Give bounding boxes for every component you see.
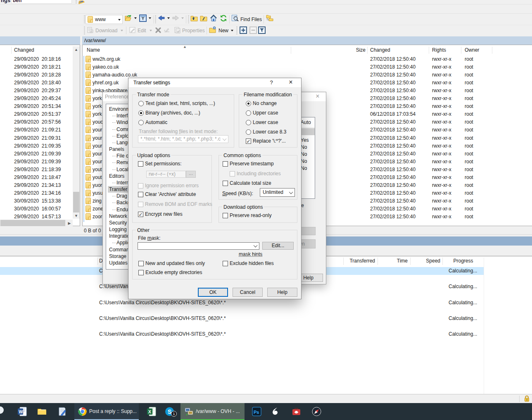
- checkbox-exclude-hidden-label[interactable]: Exclude hidden files: [230, 260, 274, 267]
- queue-item[interactable]: C:\Users\Vanilla Circus\Desktop\BK\OVH-S…: [0, 299, 484, 307]
- checkbox-set-permissions[interactable]: [138, 161, 143, 167]
- checkbox-replace-chars[interactable]: ✓: [246, 138, 251, 144]
- path-combo[interactable]: www: [86, 15, 123, 24]
- local-path-band[interactable]: [0, 36, 80, 45]
- checkbox-encrypt-new-files-label[interactable]: Encrypt new files: [145, 211, 183, 217]
- find-files-icon[interactable]: [231, 14, 239, 22]
- radio-upper-case-label[interactable]: Upper case: [253, 110, 278, 116]
- parent-folder-icon[interactable]: [190, 14, 198, 22]
- radio-text-label[interactable]: Text (plain text, html, scripts, ...): [145, 100, 215, 107]
- new-folder-icon[interactable]: [209, 26, 216, 33]
- radio-no-change[interactable]: [246, 101, 251, 106]
- ok-button[interactable]: OK: [198, 288, 228, 297]
- home-icon[interactable]: [210, 14, 217, 22]
- open-folder-icon[interactable]: [124, 14, 132, 22]
- checkbox-replace-chars-label[interactable]: Replace '\:*?'...: [253, 138, 286, 144]
- checkbox-clear-archive-label[interactable]: Clear 'Archive' attribute: [145, 191, 196, 198]
- file-row[interactable]: yakeo.co.uk 27/02/2018 12:50:40 rwxr-xr-…: [83, 63, 532, 71]
- lock-icon[interactable]: [523, 395, 530, 403]
- checkbox-calculate-total-size[interactable]: [223, 181, 228, 186]
- radio-binary-label[interactable]: Binary (archives, doc, ...): [145, 110, 200, 116]
- radio-binary-mode[interactable]: [138, 110, 144, 116]
- compass-icon[interactable]: [312, 407, 321, 416]
- checkbox-new-updated-only[interactable]: [138, 261, 144, 266]
- radio-lower-case-83[interactable]: [246, 129, 251, 135]
- notes-icon[interactable]: [57, 407, 67, 416]
- scroll-up-icon[interactable]: ▲: [73, 48, 80, 52]
- file-mask-combo[interactable]: [138, 242, 259, 250]
- file-explorer-icon[interactable]: [37, 407, 47, 416]
- toolbox-icon[interactable]: [292, 407, 301, 416]
- checkbox-new-updated-only-label[interactable]: New and updated files only: [145, 260, 205, 267]
- close-icon[interactable]: ×: [313, 93, 323, 100]
- chevron-down-icon[interactable]: [149, 17, 151, 19]
- scroll-down-icon[interactable]: ▼: [73, 214, 80, 218]
- find-files-label[interactable]: Find Files: [240, 15, 262, 24]
- checkbox-clear-archive[interactable]: [138, 192, 143, 197]
- chevron-down-icon[interactable]: [254, 243, 258, 248]
- refresh-icon[interactable]: [220, 14, 227, 22]
- scroll-thumb[interactable]: [0, 220, 65, 226]
- close-icon[interactable]: ×: [285, 79, 296, 86]
- chevron-down-icon[interactable]: [231, 30, 233, 31]
- scroll-right-icon[interactable]: ▶: [66, 221, 73, 225]
- checkbox-calculate-total-size-label[interactable]: Calculate total size: [230, 180, 271, 186]
- speed-combo[interactable]: Unlimited: [260, 188, 295, 197]
- radio-no-change-label[interactable]: No change: [253, 100, 277, 107]
- checkbox-exclude-empty-label[interactable]: Exclude empty directories: [145, 270, 202, 276]
- cancel-button[interactable]: Cancel: [233, 288, 263, 297]
- queue-item[interactable]: C:\Users\Vanilla Circus\Desktop\BK\OVH-S…: [0, 315, 484, 322]
- checkbox-preserve-readonly-label[interactable]: Preserve read-only: [230, 212, 271, 219]
- radio-automatic-label[interactable]: Automatic: [145, 119, 167, 126]
- mask-hints-link[interactable]: mask hints: [239, 251, 262, 258]
- scroll-thumb[interactable]: [73, 192, 79, 212]
- queue-column-progress[interactable]: Progress: [442, 256, 484, 266]
- local-hscrollbar[interactable]: ▶: [0, 220, 73, 226]
- preset-column-auto[interactable]: Auto: [301, 119, 311, 125]
- transfer-titlebar[interactable]: Transfer settings ? ×: [128, 78, 301, 87]
- taskbar-winscp-button[interactable]: /var/www - OVH - ...: [180, 403, 245, 420]
- file-row[interactable]: ww2h.org.uk 27/02/2018 12:50:40 rwxr-xr-…: [83, 55, 532, 63]
- root-folder-icon[interactable]: [200, 14, 207, 22]
- back-arrow-icon[interactable]: [158, 14, 165, 22]
- queue-column-time[interactable]: Time: [378, 256, 408, 266]
- chevron-down-icon[interactable]: [118, 19, 121, 21]
- swirl-icon[interactable]: [271, 407, 280, 416]
- queue-column-speed[interactable]: Speed: [410, 256, 440, 266]
- queue-column-transferred[interactable]: Transferred: [343, 256, 375, 266]
- add-icon[interactable]: [240, 26, 247, 34]
- radio-lower-case-83-label[interactable]: Lower case 8.3: [253, 129, 286, 135]
- new-label[interactable]: New: [218, 26, 228, 35]
- radio-lower-case[interactable]: [246, 120, 251, 125]
- search-circle-icon[interactable]: [0, 406, 4, 414]
- taskbar-chrome-button[interactable]: Post a reply :: Supp...: [74, 403, 139, 420]
- word-icon[interactable]: W: [17, 407, 27, 416]
- radio-upper-case[interactable]: [246, 110, 251, 116]
- checkbox-exclude-empty[interactable]: [138, 270, 144, 275]
- checkbox-exclude-hidden[interactable]: [223, 261, 228, 266]
- file-name: yakeo.co.uk: [93, 63, 119, 71]
- local-vscrollbar[interactable]: ▲ ▼: [73, 46, 80, 219]
- photoshop-icon[interactable]: Ps: [252, 407, 261, 416]
- radio-text-mode[interactable]: [138, 101, 144, 106]
- radio-automatic-mode[interactable]: [138, 120, 144, 125]
- help-button[interactable]: Help: [267, 288, 297, 297]
- chevron-down-icon[interactable]: [134, 17, 137, 19]
- checkbox-set-permissions-label[interactable]: Set permissions:: [145, 161, 182, 167]
- queue-item[interactable]: C:\Users\Vanilla Circus\Desktop\BK\OVH-S…: [0, 330, 484, 338]
- checkbox-preserve-timestamp[interactable]: [223, 161, 228, 167]
- sync-folders-icon[interactable]: [266, 14, 273, 22]
- edit-mask-button[interactable]: Edit...: [262, 242, 294, 250]
- remote-path-band[interactable]: /var/www/: [82, 36, 532, 45]
- checkbox-preserve-readonly[interactable]: [223, 213, 228, 218]
- radio-lower-case-label[interactable]: Lower case: [253, 119, 278, 126]
- file-changed: 27/02/2018 12:50:40: [370, 87, 416, 95]
- excel-icon[interactable]: X: [147, 407, 156, 416]
- filter-icon[interactable]: [139, 14, 147, 22]
- filter-toggle-icon[interactable]: [258, 26, 266, 34]
- checkbox-preserve-timestamp-label[interactable]: Preserve timestamp: [230, 161, 274, 167]
- chevron-down-icon[interactable]: [289, 190, 293, 194]
- checkbox-encrypt-new-files[interactable]: ✓: [138, 212, 143, 217]
- dialog-help-icon[interactable]: ?: [267, 79, 276, 86]
- chevron-down-icon[interactable]: [167, 17, 170, 19]
